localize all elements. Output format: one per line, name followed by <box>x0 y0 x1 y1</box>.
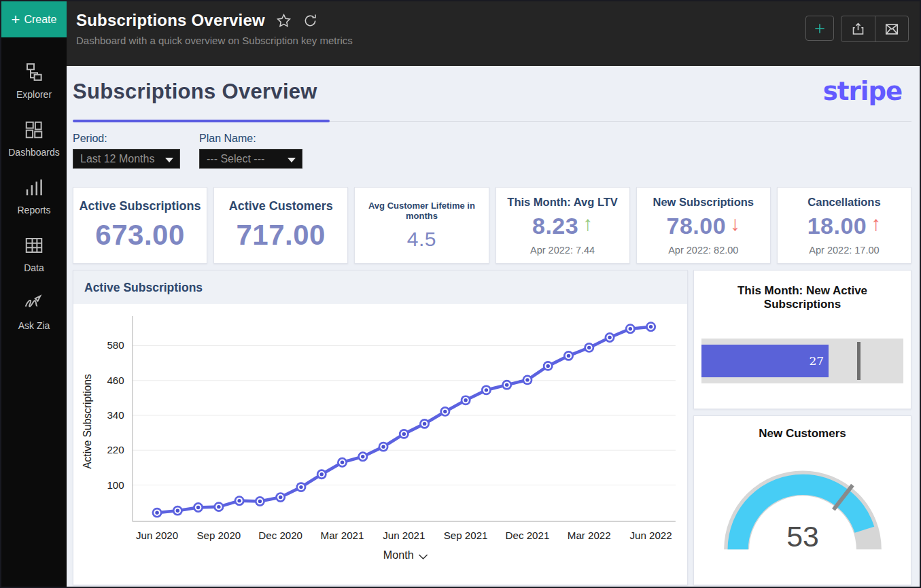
svg-text:460: 460 <box>107 375 124 386</box>
kpi-value: 78.00 <box>666 213 726 239</box>
svg-text:Jun 2020: Jun 2020 <box>136 530 178 541</box>
filter-plan-name: Plan Name: --- Select --- <box>199 133 302 169</box>
trend-up-arrow-icon: ↑ <box>583 212 593 235</box>
svg-text:Dec 2021: Dec 2021 <box>506 530 550 541</box>
page-header: Subscriptions Overview stripe <box>73 66 911 124</box>
kpi-value: 8.23 <box>532 213 578 239</box>
svg-text:Jun 2022: Jun 2022 <box>629 530 672 541</box>
period-filter-label: Period: <box>73 133 180 145</box>
dashboard-subtitle: Dashboard with a quick overview on Subsc… <box>76 35 909 46</box>
new-customers-panel[interactable]: New Customers 53 <box>693 415 911 585</box>
kpi-avg-ltv[interactable]: This Month: Avg LTV 8.23 ↑ Apr 2022: 7.4… <box>496 187 630 264</box>
kpi-row: Active Subscriptions 673.00 Active Custo… <box>73 187 911 264</box>
plus-icon: + <box>12 12 20 27</box>
plan-name-filter-label: Plan Name: <box>199 133 302 145</box>
dashboard-content: Subscriptions Overview stripe Period: La… <box>67 66 920 587</box>
sidebar-item-label: Data <box>24 262 44 273</box>
svg-text:340: 340 <box>107 409 124 421</box>
gauge-svg: 53 <box>703 447 902 563</box>
stripe-logo: stripe <box>823 77 902 106</box>
bullet-chart: 27 <box>701 339 903 383</box>
sidebar-item-reports[interactable]: Reports <box>1 168 67 226</box>
main-row: Active Subscriptions 100220340460580Jun … <box>73 270 911 585</box>
new-active-subscriptions-panel[interactable]: This Month: New Active Subscriptions 27 <box>693 270 911 409</box>
kpi-value: 4.5 <box>407 228 436 251</box>
sidebar-item-data[interactable]: Data <box>1 226 67 283</box>
svg-text:Month: Month <box>383 549 414 561</box>
sidebar-nav: Explorer Dashboards Reports Data <box>1 37 67 341</box>
kpi-comparison: Apr 2022: 82.00 <box>668 245 738 256</box>
topbar-button-group <box>841 16 909 42</box>
svg-text:Mar 2022: Mar 2022 <box>568 530 611 541</box>
topbar: Subscriptions Overview Dashboard with a … <box>67 1 920 66</box>
kpi-title: This Month: Avg LTV <box>507 196 618 209</box>
svg-text:580: 580 <box>107 340 124 351</box>
sidebar-item-label: Explorer <box>16 89 52 100</box>
kpi-new-subscriptions[interactable]: New Subscriptions 78.00 ↓ Apr 2022: 82.0… <box>636 187 771 264</box>
chart-panel-title: Active Subscriptions <box>73 271 687 304</box>
hierarchy-icon <box>24 62 44 85</box>
gauge-chart: 53 <box>701 447 904 563</box>
svg-text:Dec 2020: Dec 2020 <box>258 530 302 541</box>
topbar-actions <box>805 16 909 42</box>
kpi-avg-customer-lifetime[interactable]: Avg Customer Lifetime in months 4.5 <box>354 187 489 264</box>
bar-chart-icon <box>24 177 44 201</box>
kpi-value: 18.00 <box>807 213 867 239</box>
kpi-title: Active Customers <box>229 199 333 213</box>
sidebar-item-explorer[interactable]: Explorer <box>1 52 67 110</box>
active-subscriptions-chart-panel: Active Subscriptions 100220340460580Jun … <box>73 270 688 585</box>
title-accent-underline <box>73 120 330 122</box>
kpi-title: New Subscriptions <box>653 196 754 209</box>
svg-text:Active Subscriptions: Active Subscriptions <box>82 374 93 469</box>
kpi-comparison: Apr 2022: 7.44 <box>530 245 595 256</box>
add-widget-button[interactable] <box>805 16 834 41</box>
right-column: This Month: New Active Subscriptions 27 … <box>693 270 911 585</box>
kpi-title: Cancellations <box>807 196 880 209</box>
kpi-active-customers[interactable]: Active Customers 717.00 <box>213 187 348 264</box>
svg-text:Sep 2021: Sep 2021 <box>444 530 488 541</box>
kpi-active-subscriptions[interactable]: Active Subscriptions 673.00 <box>73 187 207 264</box>
sidebar: + Create Explorer Dashboards Reports <box>1 1 67 587</box>
kpi-value: 673.00 <box>95 219 184 252</box>
chevron-down-icon <box>288 158 296 162</box>
svg-text:100: 100 <box>107 479 124 491</box>
svg-text:220: 220 <box>107 444 124 455</box>
sidebar-item-ask-zia[interactable]: Ask Zia <box>1 283 67 341</box>
filter-period: Period: Last 12 Months <box>73 133 180 169</box>
period-dropdown[interactable]: Last 12 Months <box>73 149 180 169</box>
dashboard-grid-icon <box>24 120 44 143</box>
export-share-button[interactable] <box>841 16 875 41</box>
create-button[interactable]: + Create <box>1 1 67 37</box>
filters-row: Period: Last 12 Months Plan Name: --- Se… <box>73 133 911 169</box>
zia-icon <box>23 293 45 316</box>
table-icon <box>24 235 44 258</box>
sidebar-item-label: Dashboards <box>8 147 60 158</box>
app-window: + Create Explorer Dashboards Reports <box>0 0 921 588</box>
sidebar-item-label: Ask Zia <box>18 320 50 331</box>
kpi-comparison: Apr 2022: 17.00 <box>809 245 879 256</box>
kpi-cancellations[interactable]: Cancellations 18.00 ↑ Apr 2022: 17.00 <box>777 187 911 264</box>
plan-name-dropdown-value: --- Select --- <box>207 153 264 165</box>
trend-down-arrow-icon: ↓ <box>730 212 740 235</box>
bullet-value: 27 <box>809 354 829 368</box>
bullet-bar: 27 <box>701 345 829 377</box>
chevron-down-icon <box>165 158 173 162</box>
svg-text:Sep 2020: Sep 2020 <box>197 530 241 541</box>
sidebar-item-dashboards[interactable]: Dashboards <box>1 110 67 168</box>
svg-text:Jun 2021: Jun 2021 <box>383 530 425 541</box>
line-chart[interactable]: 100220340460580Jun 2020Sep 2020Dec 2020M… <box>73 304 687 585</box>
kpi-value: 717.00 <box>237 219 326 252</box>
bullet-target-marker <box>857 342 861 380</box>
line-chart-svg: 100220340460580Jun 2020Sep 2020Dec 2020M… <box>77 309 683 580</box>
gauge-title: New Customers <box>701 427 904 440</box>
plan-name-dropdown[interactable]: --- Select --- <box>199 149 302 169</box>
email-button[interactable] <box>875 16 908 41</box>
trend-up-arrow-icon: ↑ <box>871 212 881 235</box>
kpi-title: Active Subscriptions <box>80 199 201 213</box>
bullet-chart-title: This Month: New Active Subscriptions <box>701 284 903 311</box>
dashboard-title: Subscriptions Overview <box>76 11 265 30</box>
sidebar-item-label: Reports <box>17 205 50 215</box>
favorite-star-icon[interactable] <box>276 13 292 29</box>
refresh-icon[interactable] <box>302 13 318 29</box>
kpi-title: Avg Customer Lifetime in months <box>360 201 483 221</box>
